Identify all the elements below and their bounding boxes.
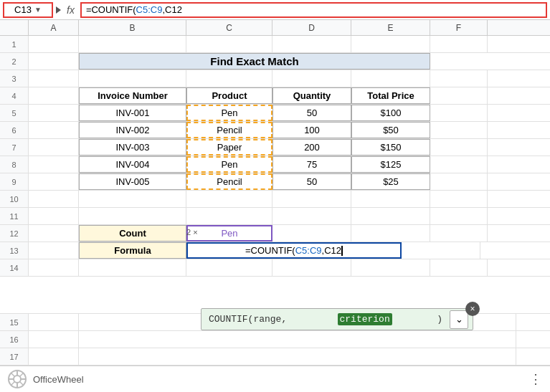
cell-d4-header[interactable]: Quantity (272, 87, 351, 104)
cell-d12[interactable] (272, 225, 351, 242)
cell-f11[interactable] (430, 208, 488, 224)
autocomplete-chevron-button[interactable]: ⌄ (450, 310, 468, 329)
col-header-c[interactable]: C (186, 20, 272, 35)
cell-d7[interactable]: 200 (272, 139, 351, 156)
cell-b10[interactable] (79, 191, 186, 207)
cell-d5[interactable]: 50 (272, 105, 351, 121)
cell-e10[interactable] (351, 191, 430, 207)
cell-c4-header[interactable]: Product (186, 87, 272, 104)
cell-a5[interactable] (29, 105, 79, 121)
cell-a9[interactable] (29, 173, 79, 190)
cell-a12[interactable] (29, 225, 79, 242)
cell-c1[interactable] (186, 36, 272, 52)
cell-d9[interactable]: 50 (272, 173, 351, 190)
cell-c5[interactable]: Pen (186, 105, 272, 121)
cell-reference-box[interactable]: C13 ▼ (3, 2, 53, 18)
spreadsheet: 1 2 Find Exact Match 3 4 Invoice Number … (0, 36, 550, 277)
cell-f10[interactable] (430, 191, 488, 207)
cell-e1[interactable] (351, 36, 430, 52)
cell-a8[interactable] (29, 156, 79, 173)
cell-d6[interactable]: 100 (272, 122, 351, 138)
col-header-d[interactable]: D (272, 20, 351, 35)
cell-f12[interactable] (430, 225, 488, 242)
cell-a15[interactable] (29, 314, 79, 330)
cell-c14[interactable] (186, 259, 272, 276)
cell-c6[interactable]: Pencil (186, 122, 272, 138)
cell-c13-formula[interactable]: =COUNTIF(C5:C9,C12 (186, 242, 402, 259)
cell-f1[interactable] (430, 36, 488, 52)
cell-f6[interactable] (430, 122, 488, 138)
cell-d10[interactable] (272, 191, 351, 207)
cell-f9[interactable] (430, 173, 488, 190)
cell-a13[interactable] (29, 242, 79, 259)
cell-f14[interactable] (430, 259, 488, 276)
cell-c3[interactable] (186, 70, 272, 87)
cell-c12-count-value[interactable]: 2 × Pen (186, 225, 272, 242)
cell-c11[interactable] (186, 208, 272, 224)
cell-e7[interactable]: $150 (351, 139, 430, 156)
col-header-f[interactable]: F (430, 20, 488, 35)
cell-f5[interactable] (430, 105, 488, 121)
cell-e12[interactable] (351, 225, 430, 242)
cell-a2[interactable] (29, 53, 79, 70)
cell-e3[interactable] (351, 70, 430, 87)
cell-b11[interactable] (79, 208, 186, 224)
cell-f8[interactable] (430, 156, 488, 173)
cell-b8[interactable]: INV-004 (79, 156, 186, 173)
cell-c10[interactable] (186, 191, 272, 207)
cell-b13-formula-label[interactable]: Formula (79, 242, 186, 259)
cell-d3[interactable] (272, 70, 351, 87)
cell-a3[interactable] (29, 70, 79, 87)
cell-a7[interactable] (29, 139, 79, 156)
cell-d1[interactable] (272, 36, 351, 52)
cell-wide17[interactable] (79, 348, 516, 365)
cell-b1[interactable] (79, 36, 186, 52)
cell-c8[interactable]: Pen (186, 156, 272, 173)
cell-e4-header[interactable]: Total Price (351, 87, 430, 104)
cell-f7[interactable] (430, 139, 488, 156)
cell-f4[interactable] (430, 87, 488, 104)
col-header-b[interactable]: B (79, 20, 186, 35)
cell-a14[interactable] (29, 259, 79, 276)
cell-b5[interactable]: INV-001 (79, 105, 186, 121)
cell-d13[interactable] (402, 242, 480, 259)
cell-b6[interactable]: INV-002 (79, 122, 186, 138)
cell-b2-title[interactable]: Find Exact Match (79, 53, 430, 70)
cell-b4-header[interactable]: Invoice Number (79, 87, 186, 104)
close-button[interactable]: × (465, 302, 480, 316)
cell-wide16[interactable] (79, 331, 516, 348)
cell-d8[interactable]: 75 (272, 156, 351, 173)
cell-a16[interactable] (29, 331, 79, 348)
cell-e5[interactable]: $100 (351, 105, 430, 121)
cell-f3[interactable] (430, 70, 488, 87)
cell-a10[interactable] (29, 191, 79, 207)
cell-a6[interactable] (29, 122, 79, 138)
cell-b12-count-label[interactable]: Count (79, 225, 186, 242)
row-num-2: 2 (0, 53, 29, 70)
cell-e14[interactable] (351, 259, 430, 276)
dots-menu-button[interactable]: ⋮ (529, 371, 543, 387)
cell-b14[interactable] (79, 259, 186, 276)
cell-c9[interactable]: Pencil (186, 173, 272, 190)
cell-e13[interactable] (480, 242, 550, 259)
cell-b3[interactable] (79, 70, 186, 87)
cell-b7[interactable]: INV-003 (79, 139, 186, 156)
cell-a1[interactable] (29, 36, 79, 52)
cell-d14[interactable] (272, 259, 351, 276)
cell-c7[interactable]: Paper (186, 139, 272, 156)
cell-d11[interactable] (272, 208, 351, 224)
col-header-a[interactable]: A (29, 20, 79, 35)
row-num-10: 10 (0, 191, 29, 207)
formula-input[interactable]: =COUNTIF(C5:C9,C12 (80, 2, 547, 18)
col-header-e[interactable]: E (351, 20, 430, 35)
cell-e11[interactable] (351, 208, 430, 224)
cell-a4[interactable] (29, 87, 79, 104)
cell-e6[interactable]: $50 (351, 122, 430, 138)
cell-a11[interactable] (29, 208, 79, 224)
cell-b9[interactable]: INV-005 (79, 173, 186, 190)
formula-comma: ,C12 (162, 4, 181, 15)
cell-e8[interactable]: $125 (351, 156, 430, 173)
cell-a17[interactable] (29, 348, 79, 365)
row-num-1: 1 (0, 36, 29, 52)
cell-e9[interactable]: $25 (351, 173, 430, 190)
